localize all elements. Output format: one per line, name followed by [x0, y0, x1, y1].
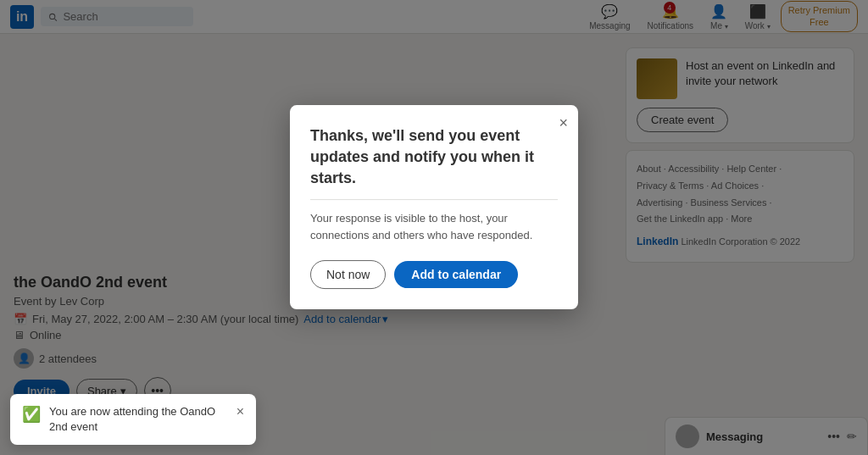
dialog: × Thanks, we'll send you event updates a… — [290, 105, 578, 310]
dialog-divider — [310, 199, 558, 200]
add-to-calendar-button[interactable]: Add to calendar — [394, 261, 518, 288]
check-icon: ✅ — [22, 405, 41, 424]
dialog-actions: Not now Add to calendar — [310, 260, 558, 289]
toast-message: You are now attending the OandO 2nd even… — [49, 404, 228, 435]
toast-notification: ✅ You are now attending the OandO 2nd ev… — [10, 394, 256, 445]
dialog-body: Your response is visible to the host, yo… — [310, 210, 558, 243]
not-now-button[interactable]: Not now — [310, 260, 386, 289]
toast-close-button[interactable]: × — [236, 404, 244, 419]
dialog-title: Thanks, we'll send you event updates and… — [310, 125, 558, 190]
dialog-close-button[interactable]: × — [559, 115, 568, 130]
